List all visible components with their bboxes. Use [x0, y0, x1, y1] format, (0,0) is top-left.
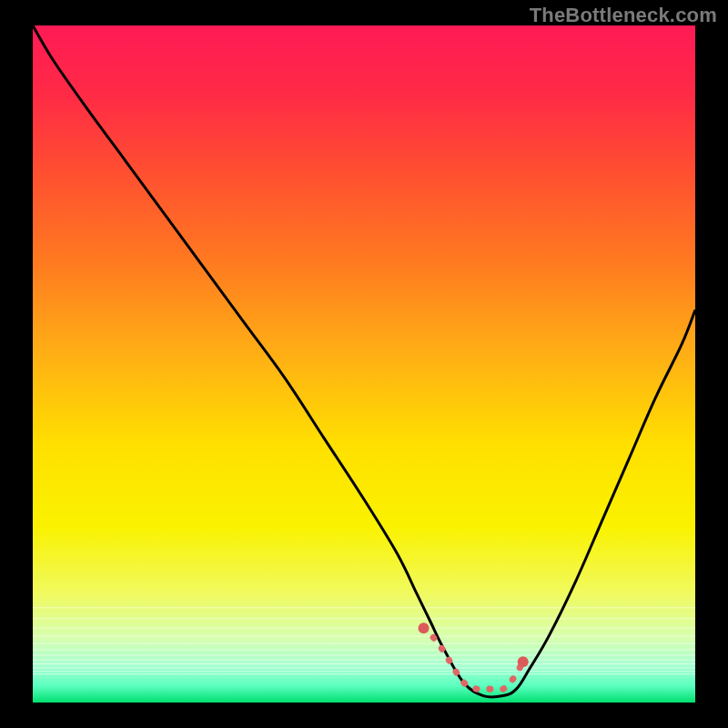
- svg-point-13: [419, 622, 430, 633]
- svg-point-14: [518, 656, 529, 667]
- bottleneck-chart: [0, 0, 728, 728]
- plot-background-gradient: [33, 25, 695, 703]
